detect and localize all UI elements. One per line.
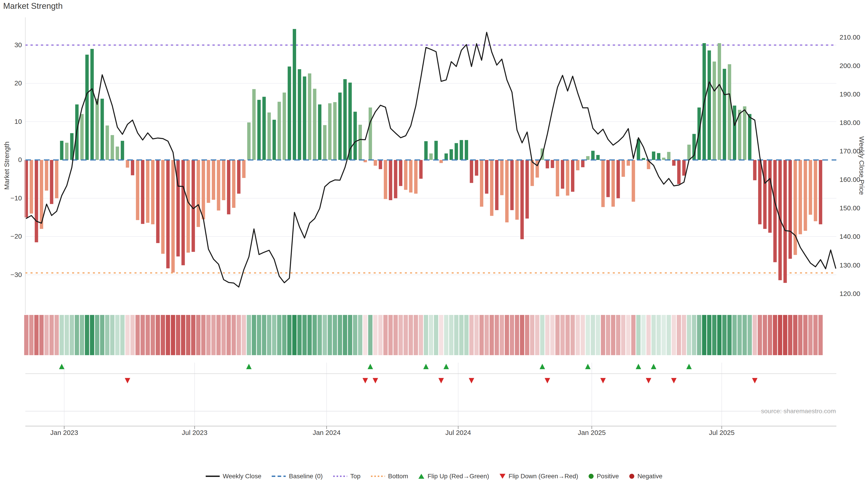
heatmap-cell: [434, 315, 438, 355]
price-tick-label: 190.00: [839, 90, 860, 98]
strength-bar-positive: [652, 152, 655, 160]
price-tick-label: 160.00: [839, 176, 860, 184]
strength-bar-positive: [121, 141, 124, 160]
heatmap-cell: [439, 315, 443, 355]
market-strength-chart: [0, 0, 868, 488]
heatmap-cell: [611, 315, 615, 355]
heatmap-cell: [135, 315, 140, 355]
strength-bar-positive: [318, 104, 321, 160]
heatmap-cell: [338, 315, 342, 355]
heatmap-cell: [647, 315, 651, 355]
strength-bar-positive: [303, 76, 306, 160]
strength-bar-negative: [530, 160, 534, 186]
heatmap-cell: [348, 315, 352, 355]
heatmap-cell: [388, 315, 393, 355]
flip-up-marker: [651, 364, 656, 369]
heatmap-cell: [479, 315, 484, 355]
strength-bar-negative: [136, 160, 139, 220]
heatmap-cell: [656, 315, 661, 355]
legend-label: Negative: [638, 473, 662, 480]
heatmap-cell: [80, 315, 84, 355]
strength-bar-positive: [323, 125, 327, 160]
flip-up-marker: [539, 364, 545, 369]
heatmap-cell: [783, 315, 787, 355]
strength-bar-negative: [677, 160, 681, 184]
positive-dot-icon: [589, 474, 594, 479]
strength-bar-negative: [202, 160, 205, 219]
legend-item-weekly-close: Weekly Close: [206, 473, 261, 480]
heatmap-cell: [65, 315, 69, 355]
strength-bar-positive: [298, 69, 301, 160]
strength-bar-negative: [141, 160, 145, 224]
strength-tick-label: −10: [0, 194, 22, 202]
strength-bar-negative: [374, 160, 377, 166]
heatmap-cell: [565, 315, 570, 355]
strength-bar-positive: [450, 149, 453, 160]
strength-bar-negative: [520, 160, 524, 239]
heatmap-cell: [414, 315, 418, 355]
heatmap-cell: [747, 315, 752, 355]
strength-bar-negative: [131, 160, 134, 175]
strength-bar-negative: [227, 160, 230, 215]
strength-bar-negative: [804, 160, 807, 231]
heatmap-cell: [570, 315, 575, 355]
strength-bar-positive: [268, 112, 271, 160]
heatmap-cell: [758, 315, 762, 355]
strength-bar-negative: [819, 160, 822, 224]
heatmap-cell: [454, 315, 458, 355]
strength-bar-positive: [687, 144, 691, 160]
heatmap-cell: [576, 315, 580, 355]
strength-bar-positive: [424, 141, 428, 160]
heatmap-cell: [631, 315, 636, 355]
strength-bar-positive: [85, 55, 89, 160]
heatmap-cell: [601, 315, 605, 355]
heatmap-cell: [373, 315, 377, 355]
strength-bar-positive: [369, 107, 372, 160]
heatmap-cell: [303, 315, 307, 355]
strength-bar-negative: [794, 160, 797, 255]
strength-bar-positive: [308, 73, 311, 160]
heatmap-cell: [727, 315, 732, 355]
heatmap-cell: [110, 315, 114, 355]
strength-bar-negative: [627, 160, 630, 166]
flip-down-marker: [469, 378, 474, 383]
heatmap-cell: [409, 315, 413, 355]
strength-bar-negative: [171, 160, 175, 272]
strength-tick-label: −20: [0, 232, 22, 240]
heatmap-cell: [490, 315, 494, 355]
strength-bar-positive: [257, 100, 260, 160]
heatmap-cell: [34, 315, 39, 355]
flip-down-marker: [600, 378, 606, 383]
strength-bar-positive: [90, 49, 94, 160]
legend-label: Flip Up (Red→Green): [428, 473, 489, 480]
strength-bar-positive: [252, 89, 256, 160]
strength-bar-negative: [232, 160, 235, 208]
heatmap-cell: [666, 315, 671, 355]
heatmap-cell: [651, 315, 656, 355]
heatmap-cell: [252, 315, 256, 355]
strength-bar-positive: [288, 66, 291, 160]
strength-bar-negative: [394, 160, 397, 198]
heatmap-cell: [272, 315, 276, 355]
strength-bar-negative: [561, 160, 564, 189]
heatmap-cell: [257, 315, 261, 355]
heatmap-cell: [161, 315, 165, 355]
heatmap-cell: [813, 315, 817, 355]
heatmap-cell: [591, 315, 595, 355]
heatmap-cell: [75, 315, 79, 355]
heatmap-cell: [424, 315, 428, 355]
strength-bar-negative: [607, 160, 610, 197]
strength-bar-negative: [419, 160, 423, 179]
strength-bar-negative: [146, 160, 149, 223]
strength-bar-negative: [768, 160, 772, 233]
strength-bar-negative: [566, 160, 569, 196]
strength-bar-negative: [182, 160, 185, 265]
heatmap-cell: [510, 315, 514, 355]
strength-bar-negative: [404, 160, 407, 190]
heatmap-cell: [368, 315, 373, 355]
heatmap-cell: [29, 315, 33, 355]
heatmap-cell: [216, 315, 221, 355]
heatmap-cell: [500, 315, 504, 355]
heatmap-cell: [231, 315, 236, 355]
heatmap-cell: [702, 315, 706, 355]
